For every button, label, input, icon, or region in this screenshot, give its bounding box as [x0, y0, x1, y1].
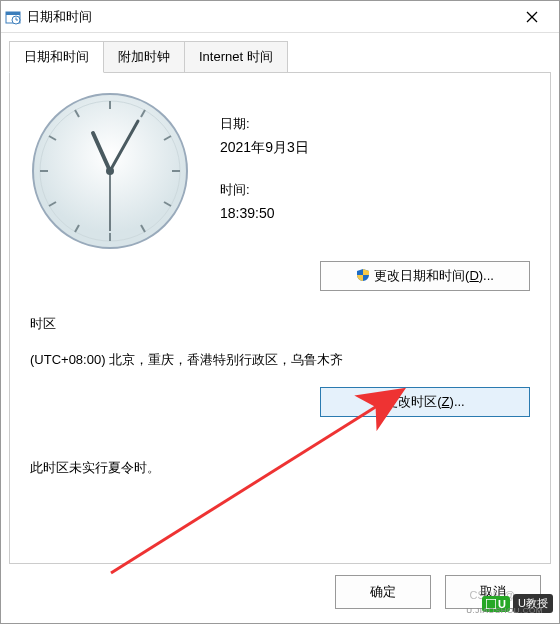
info-section: 日期: 2021年9月3日 时间: 18:39:50: [220, 91, 309, 251]
change-timezone-row: 更改时区(Z)...: [30, 387, 530, 417]
date-value: 2021年9月3日: [220, 139, 309, 157]
change-datetime-row: 更改日期和时间(D)...: [30, 261, 530, 291]
change-timezone-label-suffix: )...: [450, 394, 465, 409]
time-label: 时间:: [220, 181, 309, 199]
change-timezone-button[interactable]: 更改时区(Z)...: [320, 387, 530, 417]
titlebar: 日期和时间: [1, 1, 559, 33]
window-title: 日期和时间: [27, 8, 509, 26]
change-datetime-key: D: [469, 268, 478, 283]
date-time-dialog: 日期和时间 日期和时间 附加时钟 Internet 时间: [0, 0, 560, 624]
ok-button[interactable]: 确定: [335, 575, 431, 609]
time-value: 18:39:50: [220, 205, 309, 221]
svg-rect-1: [6, 12, 20, 15]
tab-bar: 日期和时间 附加时钟 Internet 时间: [1, 33, 559, 73]
date-time-icon: [5, 9, 21, 25]
change-datetime-label-prefix: 更改日期和时间(: [374, 268, 469, 283]
watermark-brand: U U教授 U.JIAOSHOU.COM: [482, 594, 553, 613]
change-timezone-label-prefix: 更改时区(: [385, 394, 441, 409]
dst-note: 此时区未实行夏令时。: [30, 459, 530, 477]
shield-icon: [356, 268, 370, 285]
tab-internet-time[interactable]: Internet 时间: [185, 41, 288, 73]
change-datetime-label-suffix: )...: [479, 268, 494, 283]
timezone-section-label: 时区: [30, 315, 530, 333]
tab-panel: 日期: 2021年9月3日 时间: 18:39:50 更改日期和时间(D)...…: [9, 72, 551, 564]
svg-point-21: [106, 167, 114, 175]
tab-date-time[interactable]: 日期和时间: [9, 41, 104, 73]
close-button[interactable]: [509, 2, 555, 32]
top-section: 日期: 2021年9月3日 时间: 18:39:50: [30, 91, 530, 251]
timezone-value: (UTC+08:00) 北京，重庆，香港特别行政区，乌鲁木齐: [30, 351, 530, 369]
date-label: 日期:: [220, 115, 309, 133]
change-timezone-key: Z: [442, 394, 450, 409]
change-datetime-button[interactable]: 更改日期和时间(D)...: [320, 261, 530, 291]
close-icon: [526, 11, 538, 23]
analog-clock: [30, 91, 190, 251]
tab-additional-clocks[interactable]: 附加时钟: [104, 41, 185, 73]
